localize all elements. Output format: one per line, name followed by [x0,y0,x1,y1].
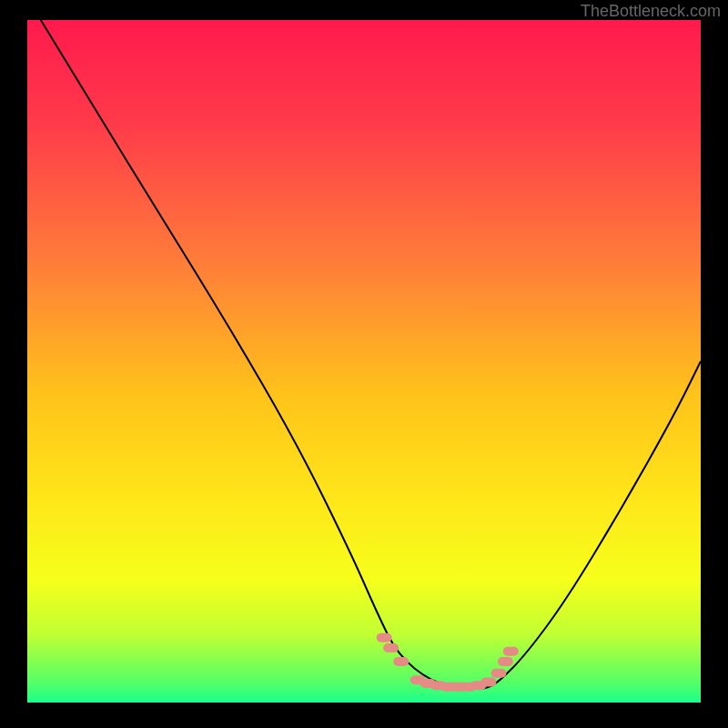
marker-dot [491,669,507,678]
marker-dot [480,678,496,687]
marker-dot [393,657,409,666]
chart-background [27,20,701,703]
marker-dot [498,657,513,666]
marker-dot [503,647,519,656]
marker-dot [383,643,399,652]
bottleneck-chart [27,20,701,703]
attribution-label: TheBottleneck.com [581,2,721,21]
marker-dot [377,633,392,642]
